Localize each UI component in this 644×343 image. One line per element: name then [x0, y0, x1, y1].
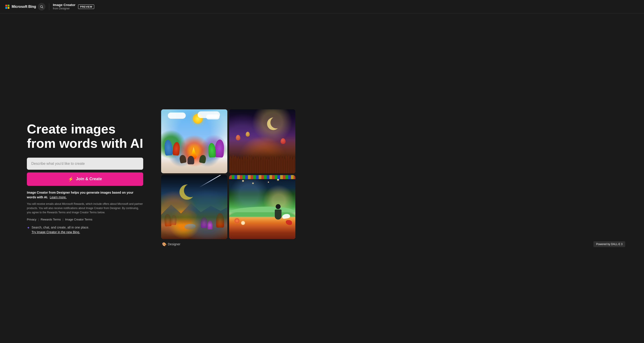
star-2 [252, 183, 254, 184]
description-text: Image Creator from Designer helps you ge… [27, 190, 143, 200]
learn-more-link[interactable]: Learn more. [50, 195, 66, 199]
svg-point-0 [40, 5, 42, 7]
girl-silhouette [274, 204, 282, 220]
join-create-button[interactable]: ⚡ Join & Create [27, 172, 143, 186]
balloon-1 [236, 135, 240, 140]
bing-logo[interactable]: Microsoft Bing [5, 5, 36, 9]
gallery-image-4 [229, 175, 295, 239]
balloon-3 [280, 138, 286, 144]
search-button[interactable] [38, 3, 46, 10]
separator-2: | [63, 218, 63, 221]
svg-point-4 [267, 117, 280, 130]
svg-point-7 [180, 184, 195, 200]
product-info: Image Creator from Designer [53, 3, 76, 10]
new-bing-section: ✦ Search, chat, and create, all in one p… [27, 225, 143, 235]
image-creator-terms-link[interactable]: Image Creator Terms [65, 218, 92, 221]
product-name: Image Creator [53, 3, 76, 7]
gallery-image-1 [161, 109, 227, 173]
microsoft-grid-icon [5, 5, 10, 9]
svg-line-1 [42, 7, 43, 8]
figure-3 [188, 156, 194, 164]
flower-1 [234, 218, 240, 223]
search-icon [40, 5, 44, 8]
moon-landscape-svg [178, 183, 198, 203]
bolt-icon: ⚡ [68, 176, 74, 182]
preview-badge[interactable]: PREVIEW [78, 4, 94, 9]
sparkle-icon: ✦ [27, 226, 30, 230]
new-bing-text: Search, chat, and create, all in one pla… [32, 225, 89, 235]
fine-print: You will receive emails about Microsoft … [27, 202, 143, 215]
prompt-input[interactable] [27, 158, 143, 170]
main-content: Create images from words with AI ⚡ Join … [0, 13, 644, 343]
left-panel: Create images from words with AI ⚡ Join … [27, 122, 143, 235]
privacy-link[interactable]: Privacy [27, 218, 36, 221]
separator-1: | [38, 218, 39, 221]
border-top [229, 175, 295, 179]
cloud-3 [206, 114, 220, 119]
dalle-badge: Powered by DALL·E 3 [594, 241, 625, 247]
rewards-terms-link[interactable]: Rewards Terms [41, 218, 61, 221]
join-create-label: Join & Create [76, 177, 102, 181]
designer-label: 🎨 Designer [162, 242, 180, 246]
image-grid [161, 109, 295, 239]
bing-logo-text: Microsoft Bing [12, 5, 36, 9]
balloon-2 [246, 132, 250, 137]
designer-text: Designer [168, 242, 180, 246]
hero-title: Create images from words with AI [27, 122, 143, 150]
designer-icon: 🎨 [162, 242, 166, 246]
header-divider [49, 3, 49, 10]
gallery-image-3 [161, 175, 227, 239]
star-4 [268, 182, 269, 183]
footer-links: Privacy | Rewards Terms | Image Creator … [27, 218, 143, 221]
gallery-image-2 [229, 109, 295, 173]
new-bing-link[interactable]: Try Image Creator in the new Bing. [32, 230, 89, 235]
right-panel: 🎨 Designer Powered by DALL·E 3 [161, 109, 626, 247]
description-bold: Image Creator from Designer helps you ge… [27, 191, 133, 199]
crescent-moon-svg [266, 116, 282, 133]
product-subtitle: from Designer [53, 7, 76, 10]
image-footer: 🎨 Designer Powered by DALL·E 3 [161, 241, 626, 247]
site-header: Microsoft Bing Image Creator from Design… [0, 0, 644, 13]
cloud-1 [168, 112, 186, 119]
